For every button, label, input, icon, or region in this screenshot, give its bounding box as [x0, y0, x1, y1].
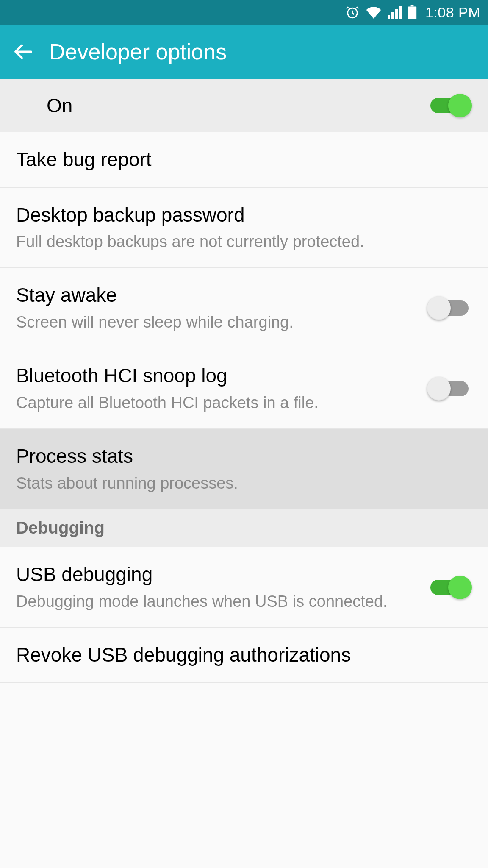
- toggle-knob: [427, 377, 451, 401]
- row-bt-hci-snoop[interactable]: Bluetooth HCI snoop log Capture all Blue…: [0, 348, 488, 429]
- back-button[interactable]: [10, 39, 36, 64]
- action-bar: Developer options: [0, 25, 488, 79]
- status-time: 1:08 PM: [425, 4, 480, 21]
- toggle-knob: [448, 576, 472, 599]
- master-toggle-row[interactable]: On: [0, 79, 488, 132]
- battery-icon: [408, 5, 417, 19]
- section-header-debugging: Debugging: [0, 509, 488, 547]
- row-subtitle: Stats about running processes.: [16, 473, 472, 494]
- toggle-usb-debugging[interactable]: [427, 576, 472, 599]
- signal-icon: [388, 6, 402, 19]
- toggle-stay-awake[interactable]: [427, 296, 472, 320]
- row-title: Process stats: [16, 444, 472, 469]
- row-title: Stay awake: [16, 283, 417, 308]
- row-subtitle: Full desktop backups are not currently p…: [16, 231, 472, 252]
- master-toggle-label: On: [47, 94, 72, 117]
- row-subtitle: Screen will never sleep while charging.: [16, 312, 417, 333]
- toggle-knob: [427, 296, 451, 320]
- status-icons: 1:08 PM: [345, 4, 480, 21]
- wifi-icon: [366, 6, 382, 19]
- toggle-bt-hci[interactable]: [427, 377, 472, 401]
- row-desktop-backup-password[interactable]: Desktop backup password Full desktop bac…: [0, 188, 488, 268]
- master-toggle[interactable]: [427, 94, 472, 117]
- status-bar: 1:08 PM: [0, 0, 488, 25]
- row-subtitle: Capture all Bluetooth HCI packets in a f…: [16, 392, 417, 413]
- svg-rect-2: [410, 5, 413, 6]
- arrow-left-icon: [12, 41, 34, 63]
- row-subtitle: Debugging mode launches when USB is conn…: [16, 591, 417, 612]
- row-title: USB debugging: [16, 562, 417, 587]
- row-stay-awake[interactable]: Stay awake Screen will never sleep while…: [0, 268, 488, 348]
- row-revoke-usb-auth[interactable]: Revoke USB debugging authorizations: [0, 628, 488, 683]
- page-title: Developer options: [49, 39, 227, 64]
- settings-list: Take bug report Desktop backup password …: [0, 132, 488, 683]
- row-title: Take bug report: [16, 147, 472, 172]
- row-title: Bluetooth HCI snoop log: [16, 364, 417, 388]
- row-title: Desktop backup password: [16, 203, 472, 228]
- svg-rect-1: [408, 6, 416, 19]
- row-title: Revoke USB debugging authorizations: [16, 643, 472, 668]
- row-take-bug-report[interactable]: Take bug report: [0, 132, 488, 188]
- row-usb-debugging[interactable]: USB debugging Debugging mode launches wh…: [0, 547, 488, 628]
- row-process-stats[interactable]: Process stats Stats about running proces…: [0, 429, 488, 509]
- alarm-icon: [345, 5, 360, 19]
- toggle-knob: [448, 94, 472, 117]
